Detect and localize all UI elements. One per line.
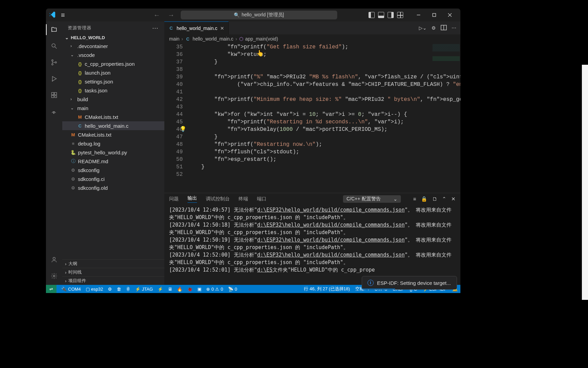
editor-tabs: C hello_world_main.c ✕ ▷⌄ ⚙ ⋯ bbox=[164, 21, 460, 34]
nav-forward-icon[interactable]: → bbox=[168, 11, 175, 19]
svg-rect-11 bbox=[54, 93, 57, 95]
status-cursor-pos[interactable]: 行 46, 列 27 (已选择18) bbox=[304, 286, 350, 292]
toggle-primary-sidebar-icon[interactable] bbox=[369, 12, 375, 18]
close-button[interactable] bbox=[442, 9, 458, 21]
status-trash-icon[interactable]: 🗑 bbox=[117, 287, 121, 292]
status-ports[interactable]: 📡0 bbox=[228, 287, 237, 292]
status-debug-icon[interactable]: 🐞 bbox=[187, 287, 193, 292]
folder-devcontainer[interactable]: ›.devcontainer bbox=[62, 42, 164, 50]
hamburger-menu-icon[interactable]: ≡ bbox=[61, 11, 65, 19]
list-icon[interactable]: ≡ bbox=[413, 196, 416, 202]
timeline-section[interactable]: ›时间线 bbox=[62, 268, 164, 276]
folder-main[interactable]: ⌄main bbox=[62, 104, 164, 112]
status-gear-icon[interactable]: ⚙ bbox=[108, 287, 112, 292]
collapse-panel-icon[interactable]: ⌃ bbox=[442, 196, 446, 202]
file-item[interactable]: {}tasks.json bbox=[62, 86, 164, 95]
svg-rect-12 bbox=[52, 95, 54, 98]
output-log[interactable]: [2023/10/4 12:49:57] 无法分析"d:\ESP32\hello… bbox=[164, 205, 460, 285]
code-editor[interactable]: 353637383940414243444546474849505152 "fn… bbox=[164, 43, 460, 193]
customize-layout-icon[interactable] bbox=[397, 12, 403, 18]
file-item[interactable]: MCMakeLists.txt bbox=[62, 112, 164, 121]
run-dropdown-icon[interactable]: ▷⌄ bbox=[419, 25, 427, 31]
svg-rect-13 bbox=[55, 96, 57, 98]
extensions-icon[interactable] bbox=[49, 90, 59, 100]
close-panel-icon[interactable]: ✕ bbox=[451, 196, 456, 202]
file-item[interactable]: ≡debug.log bbox=[62, 139, 164, 148]
more-actions-icon[interactable]: ⋯ bbox=[452, 25, 456, 31]
status-jtag[interactable]: ⚡JTAG bbox=[135, 287, 153, 292]
status-flash-icon[interactable]: ⚡ bbox=[158, 287, 163, 292]
file-item[interactable]: MCMakeLists.txt bbox=[62, 130, 164, 139]
source-control-icon[interactable] bbox=[49, 58, 59, 67]
svg-point-4 bbox=[52, 44, 55, 47]
folder-vscode[interactable]: ⌄.vscode bbox=[62, 50, 164, 59]
status-chip[interactable]: ▢esp32 bbox=[86, 287, 103, 292]
panel-tab-debug[interactable]: 调试控制台 bbox=[206, 196, 230, 202]
file-item[interactable]: ⓘREADME.md bbox=[62, 157, 164, 166]
explorer-more-icon[interactable]: ⋯ bbox=[152, 24, 159, 32]
file-item[interactable]: ⚙sdkconfig.ci bbox=[62, 174, 164, 183]
file-item[interactable]: {}launch.json bbox=[62, 68, 164, 77]
activity-bar bbox=[46, 21, 62, 285]
panel-tab-output[interactable]: 输出 bbox=[187, 195, 197, 203]
status-errors[interactable]: ⊗0 ⚠0 bbox=[206, 287, 223, 292]
background-window-sliver bbox=[582, 65, 588, 300]
search-icon: 🔍 bbox=[234, 12, 240, 18]
file-item[interactable]: 🐍pytest_hello_world.py bbox=[62, 148, 164, 157]
status-build-icon[interactable]: 🛢 bbox=[126, 287, 130, 292]
status-flame-icon[interactable]: 🔥 bbox=[177, 287, 182, 292]
svg-point-14 bbox=[53, 113, 54, 114]
folder-build[interactable]: ›build bbox=[62, 95, 164, 104]
vscode-window: ≡ ← → 🔍 hello_world [管理员] bbox=[46, 9, 460, 293]
file-tree: ›.devcontainer ⌄.vscode {}c_cpp_properti… bbox=[62, 41, 164, 193]
svg-point-7 bbox=[52, 64, 53, 65]
panel-tab-terminal[interactable]: 终端 bbox=[239, 196, 248, 202]
breadcrumb[interactable]: main› Chello_world_main.c› ⬡app_main(voi… bbox=[164, 34, 460, 43]
espressif-icon[interactable] bbox=[49, 107, 59, 116]
notification-toast[interactable]: i ESP-IDF: Setting device target... bbox=[362, 276, 457, 285]
panel-tab-ports[interactable]: 端口 bbox=[257, 196, 266, 202]
toggle-secondary-sidebar-icon[interactable] bbox=[388, 12, 394, 18]
search-text: hello_world [管理员] bbox=[242, 12, 284, 18]
accounts-icon[interactable] bbox=[49, 255, 59, 264]
project-items-section[interactable]: ›项目组件 bbox=[62, 276, 164, 285]
status-terminal-icon[interactable]: ▣ bbox=[197, 287, 201, 292]
svg-point-16 bbox=[53, 275, 55, 277]
svg-point-8 bbox=[55, 62, 56, 63]
settings-gear-icon[interactable]: ⚙ bbox=[431, 25, 436, 31]
mouse-cursor-icon: 👆 bbox=[256, 49, 264, 57]
run-debug-icon[interactable] bbox=[49, 74, 59, 83]
explorer-icon[interactable] bbox=[49, 25, 59, 34]
lightbulb-icon[interactable]: 💡 bbox=[180, 126, 186, 133]
clear-output-icon[interactable]: 🗋 bbox=[432, 196, 437, 202]
svg-point-6 bbox=[52, 60, 53, 61]
file-item[interactable]: {}c_cpp_properties.json bbox=[62, 59, 164, 68]
file-item-active[interactable]: Chello_world_main.c bbox=[62, 121, 164, 130]
close-tab-icon[interactable]: ✕ bbox=[220, 26, 224, 31]
output-channel-select[interactable]: C/C++ 配置警告⌄ bbox=[343, 195, 401, 203]
file-item[interactable]: ⚙sdkconfig bbox=[62, 166, 164, 174]
remote-indicator[interactable]: ⇌ bbox=[46, 285, 56, 293]
panel-tab-problems[interactable]: 问题 bbox=[169, 196, 179, 202]
explorer-sidebar: 资源管理器 ⋯ ⌄HELLO_WORLD ›.devcontainer ⌄.vs… bbox=[62, 21, 164, 285]
settings-gear-icon[interactable] bbox=[49, 271, 59, 281]
editor-tab-active[interactable]: C hello_world_main.c ✕ bbox=[164, 21, 229, 34]
command-center-search[interactable]: 🔍 hello_world [管理员] bbox=[181, 11, 337, 19]
minimize-button[interactable] bbox=[411, 9, 426, 21]
toggle-panel-icon[interactable] bbox=[378, 12, 384, 18]
lock-scroll-icon[interactable]: 🔒 bbox=[421, 196, 427, 202]
status-monitor-icon[interactable]: 🖥 bbox=[168, 287, 172, 292]
minimap[interactable] bbox=[432, 44, 460, 167]
search-activity-icon[interactable] bbox=[49, 41, 59, 51]
outline-section[interactable]: ›大纲 bbox=[62, 259, 164, 268]
svg-point-9 bbox=[52, 81, 53, 81]
project-root[interactable]: ⌄HELLO_WORLD bbox=[62, 34, 164, 41]
split-editor-icon[interactable] bbox=[441, 25, 447, 32]
status-com-port[interactable]: 🔌COM4 bbox=[61, 287, 81, 292]
maximize-button[interactable] bbox=[426, 9, 442, 21]
title-bar: ≡ ← → 🔍 hello_world [管理员] bbox=[46, 9, 460, 21]
nav-back-icon[interactable]: ← bbox=[153, 11, 160, 19]
file-item[interactable]: {}settings.json bbox=[62, 77, 164, 86]
file-item[interactable]: ⚙sdkconfig.old bbox=[62, 183, 164, 192]
svg-point-15 bbox=[53, 257, 55, 260]
